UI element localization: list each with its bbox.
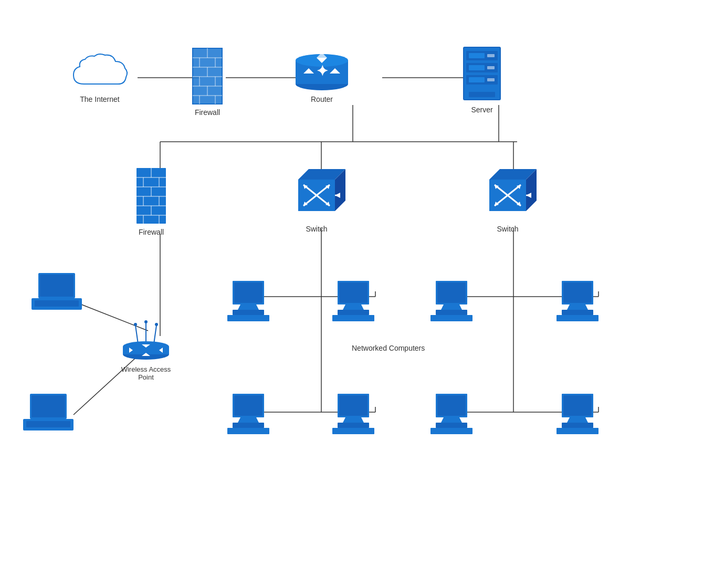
svg-rect-144 <box>233 310 264 315</box>
comp-sw1-2-node <box>330 281 377 323</box>
router-label: Router <box>311 95 333 103</box>
svg-rect-77 <box>487 78 495 81</box>
firewall-mid-node: Firewall <box>135 167 167 236</box>
svg-rect-167 <box>339 395 368 416</box>
svg-rect-180 <box>556 428 598 434</box>
wap-node: Wireless Access Point <box>120 315 172 381</box>
comp-sw2-2-node <box>554 281 601 323</box>
svg-rect-73 <box>469 65 485 70</box>
server-label: Server <box>471 106 492 114</box>
svg-rect-155 <box>430 315 472 321</box>
svg-rect-165 <box>227 428 269 434</box>
laptop-top-icon <box>30 272 83 311</box>
computer-sw2-1-icon <box>428 281 475 323</box>
svg-rect-177 <box>563 395 592 416</box>
svg-rect-78 <box>469 92 495 97</box>
svg-rect-136 <box>35 300 79 307</box>
laptop-top-node <box>30 272 83 311</box>
wap-icon <box>120 315 172 362</box>
comp-sw1-3-node <box>225 394 272 436</box>
svg-rect-159 <box>562 310 593 315</box>
firewall-top-node: Firewall <box>192 47 223 117</box>
svg-point-123 <box>134 323 137 326</box>
cloud-icon <box>68 50 131 92</box>
switch-left-node: Switch <box>288 164 345 233</box>
comp-sw2-3-node <box>428 394 475 436</box>
svg-rect-149 <box>338 310 369 315</box>
networked-computers-label: Networked Computers <box>352 344 425 352</box>
svg-point-125 <box>155 323 158 326</box>
switch-left-label: Switch <box>306 225 327 233</box>
computer-sw1-3-icon <box>225 394 272 436</box>
svg-rect-152 <box>437 282 466 303</box>
svg-point-124 <box>144 320 148 323</box>
svg-rect-170 <box>332 428 374 434</box>
svg-rect-164 <box>233 423 264 428</box>
switch-right-node: Switch <box>479 164 537 233</box>
laptop-bot-node <box>22 393 75 432</box>
svg-marker-173 <box>441 417 462 423</box>
svg-rect-142 <box>234 282 262 303</box>
svg-rect-162 <box>234 395 262 416</box>
laptop-bot-icon <box>22 393 75 432</box>
svg-rect-169 <box>338 423 369 428</box>
svg-rect-174 <box>436 423 467 428</box>
svg-line-120 <box>135 326 138 344</box>
internet-node: The Internet <box>68 50 131 103</box>
computer-sw2-2-icon <box>554 281 601 323</box>
svg-marker-153 <box>441 304 462 310</box>
svg-rect-147 <box>339 282 368 303</box>
computer-sw1-2-icon <box>330 281 377 323</box>
server-icon <box>461 45 503 102</box>
firewall-mid-label: Firewall <box>139 228 164 236</box>
firewall-top-label: Firewall <box>195 108 220 117</box>
comp-sw1-4-node <box>330 394 377 436</box>
computer-sw1-4-icon <box>330 394 377 436</box>
svg-rect-172 <box>437 395 466 416</box>
svg-marker-148 <box>343 304 364 310</box>
svg-marker-143 <box>238 304 259 310</box>
svg-rect-138 <box>32 395 65 417</box>
svg-line-122 <box>154 326 156 344</box>
svg-rect-154 <box>436 310 467 315</box>
network-diagram: The Internet <box>0 0 714 588</box>
wap-label: Wireless Access Point <box>121 365 171 381</box>
svg-marker-158 <box>567 304 588 310</box>
svg-text:✦: ✦ <box>316 63 328 79</box>
router-node: ✦ Router <box>293 50 351 103</box>
svg-rect-70 <box>469 53 485 58</box>
switch-left-icon <box>288 164 345 222</box>
comp-sw1-1-node <box>225 281 272 323</box>
computer-sw2-4-icon <box>554 394 601 436</box>
svg-rect-157 <box>563 282 592 303</box>
svg-rect-150 <box>332 315 374 321</box>
svg-rect-71 <box>487 54 495 57</box>
svg-rect-145 <box>227 315 269 321</box>
svg-marker-178 <box>567 417 588 423</box>
server-node: Server <box>461 45 503 114</box>
svg-rect-134 <box>40 275 74 297</box>
svg-marker-163 <box>238 417 259 423</box>
firewall-top-icon <box>192 47 223 105</box>
svg-rect-179 <box>562 423 593 428</box>
svg-rect-140 <box>26 421 70 427</box>
router-icon: ✦ <box>293 50 351 92</box>
svg-marker-168 <box>343 417 364 423</box>
svg-rect-76 <box>469 77 485 82</box>
internet-label: The Internet <box>80 95 120 103</box>
switch-right-label: Switch <box>497 225 518 233</box>
comp-sw2-1-node <box>428 281 475 323</box>
comp-sw2-4-node <box>554 394 601 436</box>
svg-rect-175 <box>430 428 472 434</box>
svg-rect-160 <box>556 315 598 321</box>
svg-rect-74 <box>487 66 495 69</box>
firewall-mid-icon <box>135 167 167 225</box>
computer-sw2-3-icon <box>428 394 475 436</box>
switch-right-icon <box>479 164 537 222</box>
computer-sw1-1-icon <box>225 281 272 323</box>
